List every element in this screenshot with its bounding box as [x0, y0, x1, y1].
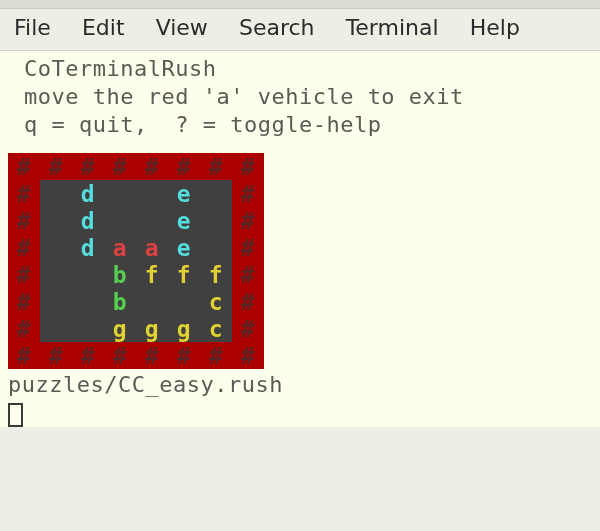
wall-cell: # — [8, 288, 40, 315]
wall-cell: # — [40, 342, 72, 369]
menu-file[interactable]: File — [14, 15, 51, 40]
wall-cell: # — [232, 342, 264, 369]
vehicle-f: f — [200, 261, 232, 288]
vehicle-c: c — [200, 315, 232, 342]
empty-cell — [200, 180, 232, 207]
vehicle-a: a — [136, 234, 168, 261]
vehicle-g: g — [168, 315, 200, 342]
wall-cell: # — [200, 153, 232, 180]
empty-cell — [168, 288, 200, 315]
puzzle-path: puzzles/CC_easy.rush — [0, 371, 600, 399]
game-instruction: move the red 'a' vehicle to exit — [0, 83, 600, 111]
wall-cell: # — [136, 153, 168, 180]
wall-cell: # — [136, 342, 168, 369]
empty-cell — [200, 207, 232, 234]
vehicle-b: b — [104, 288, 136, 315]
empty-cell — [40, 234, 72, 261]
wall-cell: # — [8, 342, 40, 369]
window-titlebar — [0, 0, 600, 9]
game-board: #########de##de##daae##bfff##bc##gggc###… — [8, 153, 264, 369]
wall-cell: # — [40, 153, 72, 180]
wall-cell: # — [232, 261, 264, 288]
wall-cell: # — [8, 234, 40, 261]
menu-terminal[interactable]: Terminal — [346, 15, 439, 40]
empty-cell — [72, 288, 104, 315]
wall-cell: # — [104, 153, 136, 180]
vehicle-a: a — [104, 234, 136, 261]
wall-cell: # — [72, 153, 104, 180]
empty-cell — [200, 234, 232, 261]
wall-cell: # — [168, 153, 200, 180]
wall-cell: # — [8, 153, 40, 180]
wall-cell: # — [232, 180, 264, 207]
wall-cell: # — [232, 288, 264, 315]
vehicle-g: g — [104, 315, 136, 342]
vehicle-d: d — [72, 234, 104, 261]
vehicle-b: b — [104, 261, 136, 288]
empty-cell — [136, 207, 168, 234]
vehicle-e: e — [168, 180, 200, 207]
menu-edit[interactable]: Edit — [82, 15, 125, 40]
empty-cell — [104, 180, 136, 207]
wall-cell: # — [8, 180, 40, 207]
wall-cell: # — [232, 207, 264, 234]
wall-cell: # — [8, 315, 40, 342]
menubar: File Edit View Search Terminal Help — [0, 9, 600, 51]
empty-cell — [40, 180, 72, 207]
vehicle-f: f — [168, 261, 200, 288]
wall-cell: # — [232, 234, 264, 261]
menu-view[interactable]: View — [156, 15, 208, 40]
menu-help[interactable]: Help — [470, 15, 520, 40]
empty-cell — [136, 180, 168, 207]
empty-cell — [40, 261, 72, 288]
wall-cell: # — [168, 342, 200, 369]
empty-cell — [136, 288, 168, 315]
empty-cell — [104, 207, 136, 234]
terminal-cursor — [8, 403, 23, 427]
vehicle-e: e — [168, 234, 200, 261]
empty-cell — [40, 207, 72, 234]
vehicle-g: g — [136, 315, 168, 342]
wall-cell: # — [104, 342, 136, 369]
empty-cell — [40, 315, 72, 342]
wall-cell: # — [8, 207, 40, 234]
wall-cell: # — [200, 342, 232, 369]
wall-cell: # — [8, 261, 40, 288]
vehicle-d: d — [72, 180, 104, 207]
terminal-area[interactable]: CoTerminalRush move the red 'a' vehicle … — [0, 51, 600, 427]
game-keys: q = quit, ? = toggle-help — [0, 111, 600, 139]
empty-cell — [40, 288, 72, 315]
vehicle-f: f — [136, 261, 168, 288]
vehicle-d: d — [72, 207, 104, 234]
empty-cell — [72, 315, 104, 342]
vehicle-e: e — [168, 207, 200, 234]
wall-cell: # — [232, 153, 264, 180]
empty-cell — [72, 261, 104, 288]
wall-cell: # — [232, 315, 264, 342]
wall-cell: # — [72, 342, 104, 369]
vehicle-c: c — [200, 288, 232, 315]
menu-search[interactable]: Search — [239, 15, 315, 40]
game-title: CoTerminalRush — [0, 55, 600, 83]
